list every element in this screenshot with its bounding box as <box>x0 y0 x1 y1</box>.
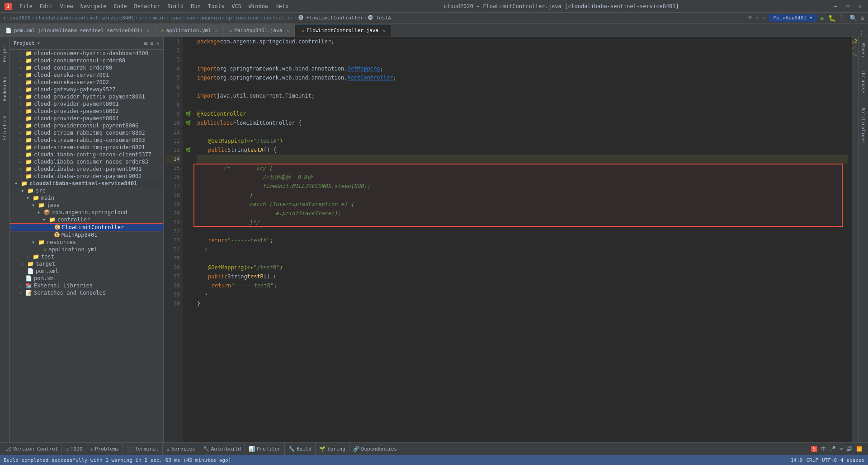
tree-item-test[interactable]: › 📁 test <box>10 253 163 260</box>
tree-item-controller-dir[interactable]: ▾ 📁 controller <box>10 216 163 223</box>
tab-mainapp-close[interactable]: ✕ <box>286 28 289 33</box>
breadcrumb-class[interactable]: 🅒 FlowLimitController <box>298 15 363 21</box>
tree-item-nacos83[interactable]: › 📁 cloudalibaba-consumer-nacos-order83 <box>10 158 163 165</box>
tree-item-eureka7002[interactable]: › 📁 cloud-eureka-server7002 <box>10 79 163 86</box>
right-tab-maven[interactable]: Maven <box>860 41 867 60</box>
breadcrumb-com[interactable]: com <box>186 15 195 21</box>
tree-item-main[interactable]: ▾ 📁 main <box>10 194 163 202</box>
line-sep[interactable]: CRLF <box>806 457 818 463</box>
toolbar-settings[interactable]: ⚙ <box>861 14 864 22</box>
status-dependencies[interactable]: 🔗 Dependencies <box>349 443 401 455</box>
minimize-button[interactable]: — <box>831 2 840 10</box>
tree-item-src[interactable]: ▾ 📁 src <box>10 187 163 194</box>
tree-item-pom-root[interactable]: 📄 pom.xml <box>10 275 163 282</box>
tree-item-target[interactable]: › 📁 target <box>10 260 163 268</box>
breadcrumb-angenin[interactable]: angenin <box>200 15 221 21</box>
tree-item-external-libs[interactable]: › 📚 External Libraries <box>10 282 163 289</box>
breadcrumb-java[interactable]: java <box>170 15 182 21</box>
toolbar-forward[interactable]: → <box>762 15 765 21</box>
breadcrumb-springcloud[interactable]: springcloud <box>226 15 259 21</box>
menu-code[interactable]: Code <box>111 2 130 10</box>
breadcrumb-src[interactable]: src <box>139 15 148 21</box>
menu-view[interactable]: View <box>57 2 76 10</box>
encoding[interactable]: UTF-8 <box>822 457 837 463</box>
status-terminal[interactable]: ⬛ Terminal <box>123 443 163 455</box>
tab-flowlimit[interactable]: ☕ FlowLimitController.java ✕ <box>295 24 392 37</box>
sidebar-close-icon[interactable]: ✕ <box>156 40 160 47</box>
toolbar-stop[interactable]: ⬛ <box>840 15 846 21</box>
tree-item-resources[interactable]: ▾ 📁 resources <box>10 239 163 246</box>
tree-item-sentinel8401[interactable]: ▾ 📁 cloudalibaba-sentinel-service8401 <box>10 180 163 187</box>
toolbar-sync[interactable]: ⟳ <box>748 15 752 21</box>
tree-item-consumerconsul[interactable]: › 📁 cloud-consumerconsul-order80 <box>10 57 163 64</box>
tree-item-payment8001[interactable]: › 📁 cloud-provider-payment8001 <box>10 100 163 108</box>
toolbar-debug[interactable]: 🐛 <box>828 14 836 22</box>
menu-window[interactable]: Window <box>245 2 271 10</box>
sidebar-settings-icon[interactable]: ⚙ <box>151 40 154 47</box>
tree-item-payment8006[interactable]: › 📁 cloud-providerconsul-payment8006 <box>10 122 163 129</box>
tab-pom-xml[interactable]: 📄 pom.xml (cloudalibaba-sentinel-service… <box>0 24 156 37</box>
tab-mainapp[interactable]: ☕ MainApp8401.java ✕ <box>224 24 295 37</box>
menu-file[interactable]: File <box>16 2 36 10</box>
tab-yml-close[interactable]: ✕ <box>215 28 218 33</box>
tree-item-package[interactable]: ▾ 📦 com.angenin.springcloud <box>10 209 163 216</box>
tree-item-hystrix[interactable]: › 📁 cloud-consumer-hystrix-dashboard300 <box>10 50 163 57</box>
tree-item-payment9001[interactable]: › 📁 cloudalibaba-provider-payment9001 <box>10 165 163 173</box>
close-button[interactable]: ✕ <box>856 2 864 10</box>
status-profiler[interactable]: 📊 Profiler <box>245 443 285 455</box>
menu-build[interactable]: Build <box>164 2 187 10</box>
sidebar-collapse-all[interactable]: ⊟ <box>144 40 147 47</box>
menu-refactor[interactable]: Refactor <box>131 2 163 10</box>
status-version-control[interactable]: ⎇ Version Control <box>2 443 62 455</box>
status-services[interactable]: ☁ Services <box>163 443 199 455</box>
tree-item-pom-inner[interactable]: 📄 pom.xml <box>10 268 163 275</box>
left-tab-structure[interactable]: Structure <box>1 113 8 143</box>
tree-item-gateway[interactable]: › 📁 cloud-gateway-gateway9527 <box>10 86 163 93</box>
menu-tools[interactable]: Tools <box>205 2 227 10</box>
tree-item-eureka7001[interactable]: › 📁 cloud-eureka-server7001 <box>10 71 163 79</box>
status-spring[interactable]: 🌱 Spring <box>316 443 349 455</box>
indent-info[interactable]: 4 spaces <box>840 457 864 463</box>
tab-application-yml[interactable]: ⚙ application.yml ✕ <box>156 24 224 37</box>
menu-vcs[interactable]: VCS <box>228 2 245 10</box>
toolbar-back[interactable]: ← <box>756 15 759 21</box>
tree-item-flowlimitcontroller[interactable]: 🅒 FlowLimitController <box>10 223 163 231</box>
tree-item-stream8801[interactable]: › 📁 cloud-stream-rabbitmq-provider8801 <box>10 144 163 151</box>
sidebar-dropdown-icon[interactable]: ▾ <box>37 40 40 46</box>
maximize-button[interactable]: ❐ <box>844 2 852 10</box>
status-build[interactable]: 🔧 Build <box>285 443 316 455</box>
menu-navigate[interactable]: Navigate <box>77 2 110 10</box>
toolbar-run[interactable]: ▶ <box>821 14 824 22</box>
tree-item-mainapp8401[interactable]: 🅒 MainApp8401 <box>10 231 163 239</box>
breadcrumb-controller[interactable]: controller <box>264 15 293 21</box>
breadcrumb-method[interactable]: 🅜 testA <box>368 15 391 21</box>
menu-edit[interactable]: Edit <box>37 2 56 10</box>
tree-item-payment9002[interactable]: › 📁 cloudalibaba-provider-payment9002 <box>10 173 163 180</box>
tree-item-consumerzk[interactable]: › 📁 cloud-consumerzk-order80 <box>10 64 163 71</box>
tree-item-scratches[interactable]: › 📝 Scratches and Consoles <box>10 289 163 296</box>
menu-help[interactable]: Help <box>272 2 292 10</box>
tab-pom-xml-close[interactable]: ✕ <box>147 28 150 33</box>
breadcrumb-project[interactable]: cloud2020 <box>4 15 31 21</box>
breadcrumb-module[interactable]: cloudalibaba-sentinel-service8401 <box>35 15 134 21</box>
tree-item-hystrix-payment[interactable]: › 📁 cloud-provider-hystrix-payment8001 <box>10 93 163 100</box>
tab-more-button[interactable]: ⋮ <box>855 30 868 37</box>
status-todo[interactable]: ☑ TODO <box>62 443 86 455</box>
tree-item-nacos3377[interactable]: › 📁 cloudalibaba-config-nacos-client3377 <box>10 151 163 158</box>
menu-run[interactable]: Run <box>188 2 204 10</box>
tree-item-payment8004[interactable]: › 📁 cloud-provider-payment8004 <box>10 115 163 122</box>
run-config[interactable]: MainApp8401 ▾ <box>774 15 812 21</box>
tree-item-payment8002[interactable]: › 📁 cloud-provider-payment8002 <box>10 108 163 115</box>
tree-item-java[interactable]: ▾ 📁 java <box>10 202 163 209</box>
tree-item-stream8803[interactable]: › 📁 cloud-stream-rabbitmq-consumer8803 <box>10 136 163 144</box>
right-tab-notifications[interactable]: Notifications <box>860 105 867 146</box>
right-tab-database[interactable]: Database <box>860 69 867 96</box>
breadcrumb-main[interactable]: main <box>153 15 165 21</box>
toolbar-search[interactable]: 🔍 <box>849 14 857 22</box>
status-problems[interactable]: ⚠ Problems <box>86 443 123 455</box>
left-tab-bookmarks[interactable]: Bookmarks <box>1 74 8 104</box>
tab-flowlimit-close[interactable]: ✕ <box>382 28 385 33</box>
tree-item-application-yml[interactable]: ⚙ application.yml <box>10 246 163 253</box>
status-auto-build[interactable]: 🔨 Auto-build <box>199 443 245 455</box>
left-tab-project[interactable]: Project <box>1 41 8 65</box>
